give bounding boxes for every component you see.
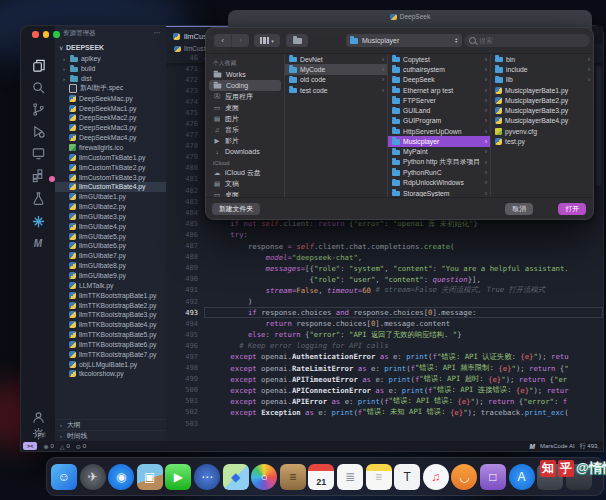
- column3-item-lib[interactable]: lib›: [491, 75, 593, 85]
- tree-item-build[interactable]: ›build: [55, 64, 166, 74]
- more-actions-icon[interactable]: ⋯: [154, 29, 161, 38]
- plugin-icon[interactable]: [29, 212, 47, 230]
- tree-item-dist[interactable]: ›dist: [55, 74, 166, 84]
- new-folder-button[interactable]: 新建文件夹: [212, 203, 260, 215]
- root-folder-row[interactable]: ∨ DEEPSEEK: [59, 42, 166, 52]
- column2-item-Musicplayer[interactable]: Musicplayer›: [388, 136, 490, 146]
- textedit-icon[interactable]: T: [394, 464, 420, 490]
- source-control-icon[interactable]: [29, 100, 47, 118]
- search-input[interactable]: 搜索: [464, 34, 590, 47]
- column2-item-Python http 共享目录项目[interactable]: Python http 共享目录项目›: [388, 157, 490, 167]
- reminders-icon[interactable]: ≣: [337, 464, 363, 490]
- path-selector[interactable]: Musicplayer ▲▼: [346, 34, 462, 47]
- tree-item-llmTTKBootstrapBate4.py[interactable]: llmTTKBootstrapBate4.py: [55, 320, 166, 330]
- photos-icon[interactable]: ○: [251, 464, 277, 490]
- tree-item-llmGUIbate6.py[interactable]: llmGUIbate6.py: [55, 241, 166, 251]
- tree-item-llmGUIbate8.py[interactable]: llmGUIbate8.py: [55, 261, 166, 271]
- tree-item-DeepSeekMac1.py[interactable]: DeepSeekMac1.py: [55, 103, 166, 113]
- column3-item-MusicplayerBate2.py[interactable]: MusicplayerBate2.py: [491, 95, 593, 105]
- tree-item-llmTTKBootstrapBate5.py[interactable]: llmTTKBootstrapBate5.py: [55, 330, 166, 340]
- tree-item-tkcolorshow.py[interactable]: tkcolorshow.py: [55, 369, 166, 379]
- tree-item-llmCustomTkBate3.py[interactable]: llmCustomTkBate3.py: [55, 172, 166, 182]
- tree-item-llmTTKBootstrapBate1.py[interactable]: llmTTKBootstrapBate1.py: [55, 290, 166, 300]
- maximize-button[interactable]: [53, 31, 60, 38]
- app-store-icon[interactable]: A: [509, 464, 535, 490]
- marscode-icon[interactable]: M: [29, 234, 47, 252]
- column2-item-FTPServer[interactable]: FTPServer›: [388, 95, 490, 105]
- column1-item-old code[interactable]: old code›: [285, 75, 387, 85]
- search-icon[interactable]: [29, 78, 47, 96]
- column1-item-DevNet[interactable]: DevNet›: [285, 54, 387, 64]
- music-icon[interactable]: ♫: [423, 464, 449, 490]
- column2-item-MyPaint[interactable]: MyPaint›: [388, 147, 490, 157]
- tree-item-firewallgirls.ico[interactable]: firewallgirls.ico: [55, 143, 166, 153]
- favorite-图片[interactable]: ▤图片: [209, 113, 281, 124]
- folder-action-button[interactable]: [286, 34, 308, 47]
- tree-item-DeepSeekMac2.py[interactable]: DeepSeekMac2.py: [55, 113, 166, 123]
- close-button[interactable]: [32, 31, 39, 38]
- facetime-icon[interactable]: ▶: [165, 464, 191, 490]
- books-icon[interactable]: ◡: [451, 464, 477, 490]
- column2-item-HttpServerUpDown[interactable]: HttpServerUpDown›: [388, 126, 490, 136]
- tree-item-DeepSeekMac.py[interactable]: DeepSeekMac.py: [55, 93, 166, 103]
- tree-item-新AI助手.spec[interactable]: 新AI助手.spec: [55, 84, 166, 94]
- favorite-音乐[interactable]: ♫音乐: [209, 124, 281, 135]
- favorite-iCloud 云盘[interactable]: ☁iCloud 云盘: [209, 167, 281, 178]
- column2-item-Copytest[interactable]: Copytest›: [388, 54, 490, 64]
- minimize-button[interactable]: [43, 31, 50, 38]
- cursor-position[interactable]: 行 493,: [580, 442, 599, 451]
- favorite-Coding[interactable]: Coding: [209, 80, 281, 91]
- column2-item-StorageSystem[interactable]: StorageSystem›: [388, 188, 490, 197]
- back-button[interactable]: ‹: [214, 34, 231, 47]
- run-debug-icon[interactable]: [29, 122, 47, 140]
- favorite-Downloads[interactable]: ↓Downloads: [209, 146, 281, 157]
- tree-item-llmTTKBootstrapBate2.py[interactable]: llmTTKBootstrapBate2.py: [55, 300, 166, 310]
- favorite-桌面[interactable]: ▭桌面: [209, 189, 281, 197]
- tree-item-llmCustomTkBate4.py[interactable]: llmCustomTkBate4.py: [55, 182, 166, 192]
- tree-item-llmTTKBootstrapBate7.py[interactable]: llmTTKBootstrapBate7.py: [55, 349, 166, 359]
- open-button[interactable]: 打开: [558, 203, 586, 215]
- sidebar-section-大纲[interactable]: ›大纲: [55, 419, 166, 430]
- column2-item-PythonRunC[interactable]: PythonRunC›: [388, 167, 490, 177]
- ports-indicator[interactable]: ⊙ 0: [76, 443, 86, 450]
- column3-item-bin[interactable]: bin›: [491, 54, 593, 64]
- column3-item-pyvenv.cfg[interactable]: pyvenv.cfg: [491, 126, 593, 136]
- tree-item-DeepSeekMac3.py[interactable]: DeepSeekMac3.py: [55, 123, 166, 133]
- favorite-影片[interactable]: ▶影片: [209, 135, 281, 146]
- column2-item-GUILand[interactable]: GUILand›: [388, 105, 490, 115]
- favorite-应用程序[interactable]: Ⓐ应用程序: [209, 91, 281, 102]
- safari-icon[interactable]: ◉: [108, 464, 134, 490]
- column2-item-GUIProgram[interactable]: GUIProgram›: [388, 116, 490, 126]
- tree-item-llmGUIbate1.py[interactable]: llmGUIbate1.py: [55, 192, 166, 202]
- tree-item-llmGUIbate2.py[interactable]: llmGUIbate2.py: [55, 202, 166, 212]
- launchpad-icon[interactable]: ✈: [80, 464, 106, 490]
- tree-item-llmGUIbate7.py[interactable]: llmGUIbate7.py: [55, 251, 166, 261]
- tree-item-llmCustomTkBate2.py[interactable]: llmCustomTkBate2.py: [55, 162, 166, 172]
- tree-item-DeepSeekMac4.py[interactable]: DeepSeekMac4.py: [55, 133, 166, 143]
- tree-item-llmGUIbate3.py[interactable]: llmGUIbate3.py: [55, 212, 166, 222]
- remote-indicator[interactable]: ><: [23, 442, 37, 450]
- column3-item-include[interactable]: include›: [491, 64, 593, 74]
- column3-item-MusicplayerBate3.py[interactable]: MusicplayerBate3.py: [491, 105, 593, 115]
- tree-item-llmGUIbate4.py[interactable]: llmGUIbate4.py: [55, 221, 166, 231]
- tree-item-llmTTKBootstrapBate3.py[interactable]: llmTTKBootstrapBate3.py: [55, 310, 166, 320]
- messages-icon[interactable]: ⋯: [194, 464, 220, 490]
- automator-icon[interactable]: □: [480, 464, 506, 490]
- tree-item-LLMTalk.py[interactable]: LLMTalk.py: [55, 280, 166, 290]
- sidebar-section-时间线[interactable]: ›时间线: [55, 430, 166, 441]
- column3-item-MusicplayerBate1.py[interactable]: MusicplayerBate1.py: [491, 85, 593, 95]
- column3-item-test.py[interactable]: test.py: [491, 136, 593, 146]
- calendar-icon[interactable]: 21: [308, 464, 334, 490]
- extensions-icon[interactable]: [29, 166, 47, 184]
- forward-button[interactable]: ›: [231, 34, 249, 47]
- tree-item-llmGUIbate9.py[interactable]: llmGUIbate9.py: [55, 271, 166, 281]
- explorer-icon[interactable]: [29, 56, 47, 74]
- marscode-label[interactable]: MarsCode AI: [540, 443, 575, 449]
- column1-item-MyCode[interactable]: MyCode›: [285, 64, 387, 74]
- testing-icon[interactable]: [29, 189, 47, 207]
- favorite-桌面[interactable]: ▭桌面: [209, 102, 281, 113]
- favorite-Works[interactable]: Works: [209, 69, 281, 80]
- column2-item-cuthairsystem[interactable]: cuthairsystem›: [388, 64, 490, 74]
- favorite-文稿[interactable]: ▤文稿: [209, 178, 281, 189]
- maps-icon[interactable]: ◆: [223, 464, 249, 490]
